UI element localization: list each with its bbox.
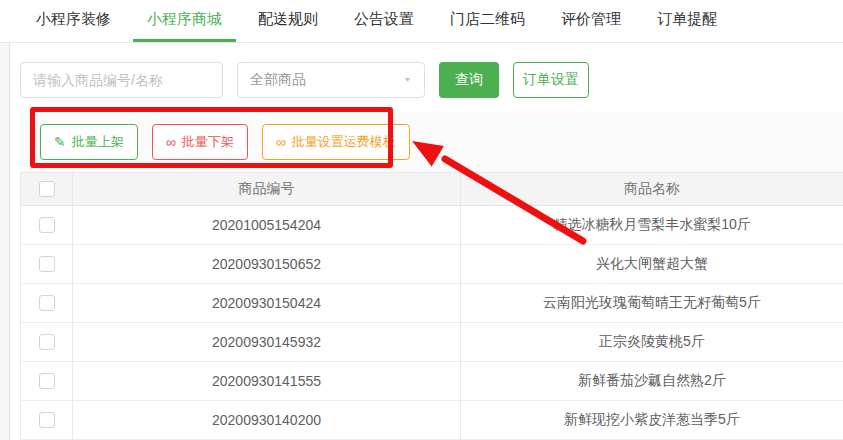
product-id-cell: 20200930150652 [73, 245, 461, 283]
batch-button-icon: ✎ [54, 135, 66, 149]
batch-button[interactable]: ✎ 批量上架 [40, 124, 138, 160]
tab[interactable]: 订单提醒 [643, 0, 731, 42]
column-header-product-id: 商品编号 [73, 173, 461, 205]
row-checkbox-cell [21, 362, 73, 400]
batch-button[interactable]: ∞ 批量下架 [152, 124, 248, 160]
tab-bar: 小程序装修 小程序商城 配送规则 公告设置 门店二维码 评价管理 订单提醒 [0, 0, 843, 43]
order-settings-button[interactable]: 订单设置 [513, 62, 589, 98]
batch-button-label: 批量上架 [72, 133, 124, 151]
select-all-cell [21, 173, 73, 205]
tab-label: 评价管理 [561, 10, 621, 29]
row-checkbox[interactable] [39, 334, 55, 350]
batch-button-icon: ∞ [166, 135, 176, 149]
tab-label: 小程序装修 [36, 10, 111, 29]
category-select[interactable]: 全部商品 ▼ [237, 62, 425, 98]
column-header-product-name: 商品名称 [461, 173, 843, 205]
batch-button-label: 批量设置运费模板 [292, 133, 396, 151]
row-checkbox[interactable] [39, 217, 55, 233]
row-checkbox-cell [21, 284, 73, 322]
product-name-cell: 兴化大闸蟹超大蟹 [461, 245, 843, 283]
tab-label: 公告设置 [354, 10, 414, 29]
table-row: 20201005154204 精选冰糖秋月雪梨丰水蜜梨10斤 [21, 206, 843, 245]
select-all-checkbox[interactable] [39, 181, 55, 197]
table-row: 20200930141555 新鲜番茄沙瓤自然熟2斤 [21, 362, 843, 401]
product-id-cell: 20200930145932 [73, 323, 461, 361]
row-checkbox-cell [21, 323, 73, 361]
product-name-cell: 正宗炎陵黄桃5斤 [461, 323, 843, 361]
search-input[interactable] [20, 62, 223, 98]
tab[interactable]: 配送规则 [244, 0, 332, 42]
product-name-cell: 新鲜现挖小紫皮洋葱当季5斤 [461, 401, 843, 439]
product-id-cell: 20200930150424 [73, 284, 461, 322]
tab-label: 门店二维码 [450, 10, 525, 29]
table-row: 20200930145932 正宗炎陵黄桃5斤 [21, 323, 843, 362]
product-id-cell: 20201005154204 [73, 206, 461, 244]
batch-button-label: 批量下架 [182, 133, 234, 151]
table-row: 20200930150652 兴化大闸蟹超大蟹 [21, 245, 843, 284]
batch-button[interactable]: ∞ 批量设置运费模板 [262, 124, 410, 160]
tab-label: 订单提醒 [657, 10, 717, 29]
product-name-cell: 云南阳光玫瑰葡萄晴王无籽葡萄5斤 [461, 284, 843, 322]
page-left-gutter [0, 43, 10, 440]
row-checkbox[interactable] [39, 256, 55, 272]
table-body: 20201005154204 精选冰糖秋月雪梨丰水蜜梨10斤 202009301… [21, 206, 843, 440]
tab-label: 小程序商城 [147, 10, 222, 29]
row-checkbox-cell [21, 401, 73, 439]
table-row: 20200930140200 新鲜现挖小紫皮洋葱当季5斤 [21, 401, 843, 440]
batch-toolbar: ✎ 批量上架 ∞ 批量下架 ∞ 批量设置运费模板 [20, 112, 843, 172]
tab[interactable]: 小程序装修 [22, 0, 125, 42]
tab[interactable]: 评价管理 [547, 0, 635, 42]
mini-program-admin-page: 小程序装修 小程序商城 配送规则 公告设置 门店二维码 评价管理 订单提醒 [0, 0, 843, 440]
tab[interactable]: 公告设置 [340, 0, 428, 42]
row-checkbox[interactable] [39, 412, 55, 428]
row-checkbox[interactable] [39, 295, 55, 311]
product-table: 商品编号 商品名称 20201005154204 精选冰糖秋月雪梨丰水蜜梨10斤 [20, 172, 843, 440]
product-name-cell: 精选冰糖秋月雪梨丰水蜜梨10斤 [461, 206, 843, 244]
row-checkbox-cell [21, 206, 73, 244]
batch-button-icon: ∞ [276, 135, 286, 149]
product-name-cell: 新鲜番茄沙瓤自然熟2斤 [461, 362, 843, 400]
row-checkbox-cell [21, 245, 73, 283]
product-id-cell: 20200930141555 [73, 362, 461, 400]
tab[interactable]: 门店二维码 [436, 0, 539, 42]
table-row: 20200930150424 云南阳光玫瑰葡萄晴王无籽葡萄5斤 [21, 284, 843, 323]
table-header-row: 商品编号 商品名称 [21, 173, 843, 206]
product-id-cell: 20200930140200 [73, 401, 461, 439]
filter-bar: 全部商品 ▼ 查询 订单设置 [20, 62, 843, 98]
row-checkbox[interactable] [39, 373, 55, 389]
chevron-down-icon: ▼ [403, 76, 412, 84]
query-button[interactable]: 查询 [439, 62, 499, 98]
tab[interactable]: 小程序商城 [133, 0, 236, 42]
tab-label: 配送规则 [258, 10, 318, 29]
category-select-value: 全部商品 [250, 71, 306, 89]
